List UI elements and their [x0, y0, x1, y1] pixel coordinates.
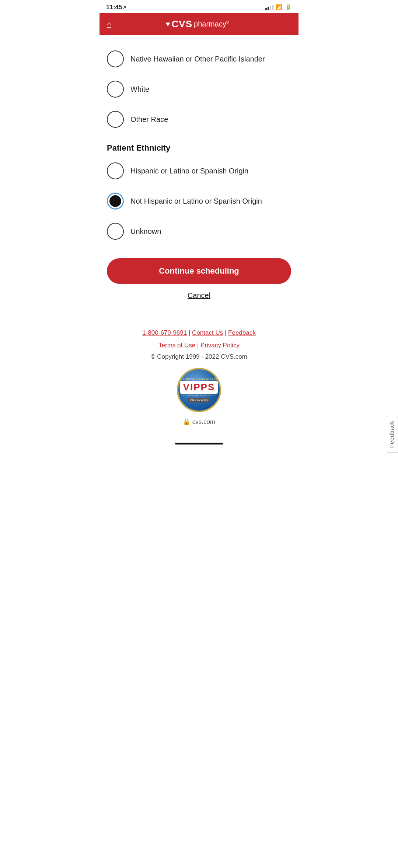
vipps-content: NATIONAL ASSOCIATION 19 VIPPS 04 BOARDS …: [177, 377, 221, 403]
contact-us-link[interactable]: Contact Us: [192, 329, 223, 336]
race-option-native-hawaiian[interactable]: Native Hawaiian or Other Pacific Islande…: [107, 44, 291, 74]
ethnicity-label-hispanic: Hispanic or Latino or Spanish Origin: [130, 166, 248, 176]
home-indicator: [175, 443, 223, 444]
ethnicity-label-unknown: Unknown: [130, 226, 161, 236]
vipps-top-text: NATIONAL ASSOCIATION: [178, 377, 220, 380]
vipps-badge[interactable]: NATIONAL ASSOCIATION 19 VIPPS 04 BOARDS …: [177, 368, 221, 412]
heart-icon: ♥: [166, 20, 170, 28]
radio-hispanic[interactable]: [107, 162, 124, 179]
signal-bar-1: [265, 8, 267, 10]
wifi-icon: 📶: [276, 4, 283, 11]
race-label-native-hawaiian: Native Hawaiian or Other Pacific Islande…: [130, 54, 265, 64]
signal-bar-2: [268, 7, 269, 10]
home-icon[interactable]: ⌂: [106, 20, 112, 29]
battery-icon: 🔋: [285, 4, 292, 11]
feedback-link[interactable]: Feedback: [228, 329, 256, 336]
race-label-other-race: Other Race: [130, 115, 168, 124]
radio-not-hispanic[interactable]: [107, 193, 124, 210]
cvs-text: CVS: [172, 18, 192, 30]
footer-links: 1-800-679-9691 | Contact Us | Feedback T…: [107, 327, 291, 352]
pharmacy-text: pharmacy®: [194, 20, 229, 28]
radio-native-hawaiian[interactable]: [107, 50, 124, 67]
ethnicity-option-not-hispanic[interactable]: Not Hispanic or Latino or Spanish Origin: [107, 186, 291, 216]
status-time: 11:45: [106, 4, 122, 11]
footer: 1-800-679-9691 | Contact Us | Feedback T…: [100, 327, 298, 439]
signal-bars: [265, 5, 273, 10]
privacy-policy-link[interactable]: Privacy Policy: [200, 342, 240, 349]
race-option-other-race[interactable]: Other Race: [107, 104, 291, 134]
ethnicity-option-hispanic[interactable]: Hispanic or Latino or Spanish Origin: [107, 156, 291, 186]
terms-of-use-link[interactable]: Terms of Use: [158, 342, 195, 349]
continue-scheduling-button[interactable]: Continue scheduling: [107, 258, 291, 284]
status-bar: 11:45 ↗ 📶 🔋: [100, 0, 298, 13]
race-options: Native Hawaiian or Other Pacific Islande…: [107, 44, 291, 134]
cvs-logo: ♥ CVS pharmacy®: [166, 18, 244, 30]
ethnicity-option-unknown[interactable]: Unknown: [107, 216, 291, 246]
signal-bar-3: [270, 6, 271, 10]
patient-ethnicity-section: Patient Ethnicity Hispanic or Latino or …: [107, 134, 291, 246]
main-content: Native Hawaiian or Other Pacific Islande…: [100, 35, 298, 319]
radio-unknown[interactable]: [107, 223, 124, 240]
app-header: ⌂ ♥ CVS pharmacy®: [100, 13, 298, 35]
phone-link[interactable]: 1-800-679-9691: [142, 329, 187, 336]
vipps-bottom-text: BOARDS OF PHARMACY: [182, 394, 215, 397]
vipps-main-text: VIPPS: [180, 381, 218, 394]
cancel-link[interactable]: Cancel: [107, 291, 291, 300]
ethnicity-label-not-hispanic: Not Hispanic or Latino or Spanish Origin: [130, 196, 262, 206]
vipps-year-right: 04: [221, 386, 221, 389]
radio-other-race[interactable]: [107, 111, 124, 128]
race-option-white[interactable]: White: [107, 74, 291, 104]
secure-cvs-link: 🔒 cvs.com: [107, 418, 291, 426]
footer-separator: [100, 319, 298, 319]
radio-white[interactable]: [107, 81, 124, 98]
vipps-click-text: Click to Verify: [188, 398, 210, 403]
signal-bar-4: [272, 5, 273, 10]
vipps-year-left: 19: [177, 386, 177, 389]
status-icons: 📶 🔋: [265, 4, 292, 11]
patient-ethnicity-heading: Patient Ethnicity: [107, 134, 291, 156]
location-icon: ↗: [122, 4, 126, 10]
footer-copyright: © Copyright 1999 - 2022 CVS.com: [107, 353, 291, 361]
race-label-white: White: [130, 84, 149, 94]
